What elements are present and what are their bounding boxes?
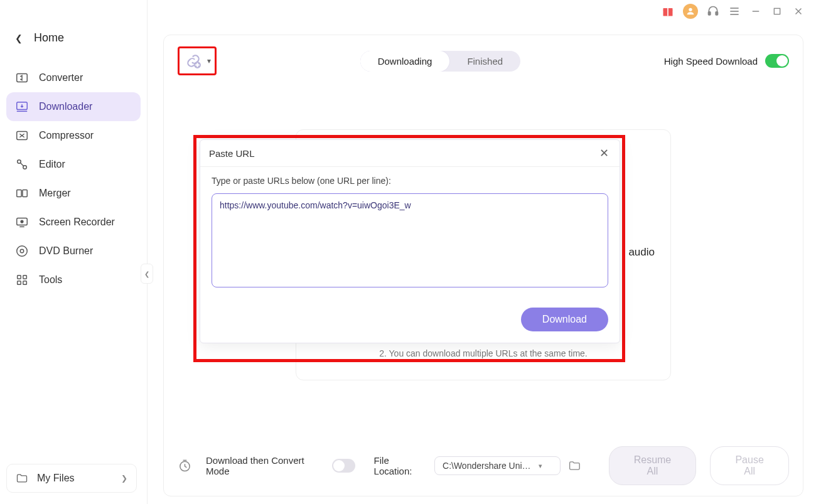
svg-rect-28 — [23, 276, 27, 279]
dialog-hint: Type or paste URLs below (one URL per li… — [212, 176, 608, 186]
schedule-icon[interactable] — [178, 458, 192, 473]
svg-rect-29 — [18, 281, 21, 285]
sidebar-item-converter[interactable]: Converter — [6, 63, 141, 92]
svg-point-23 — [21, 220, 23, 223]
high-speed-toggle[interactable] — [765, 54, 789, 68]
hint-text: 2. You can download multiple URLs at the… — [318, 348, 649, 358]
sidebar-item-dvd-burner[interactable]: DVD Burner — [6, 237, 141, 265]
tab-finished[interactable]: Finished — [449, 51, 520, 72]
tab-switcher: Downloading Finished — [360, 51, 520, 72]
partial-text-fragment: l audio — [623, 246, 655, 259]
bottom-bar: Download then Convert Mode File Location… — [178, 443, 789, 488]
chevron-right-icon: ❯ — [121, 474, 127, 483]
tab-downloading[interactable]: Downloading — [360, 51, 450, 72]
my-files-label: My Files — [37, 473, 112, 484]
nav-label: Editor — [39, 159, 65, 170]
svg-point-3 — [689, 8, 692, 11]
gift-icon[interactable] — [662, 5, 674, 18]
nav-label: Screen Recorder — [39, 217, 115, 228]
sidebar-item-screen-recorder[interactable]: Screen Recorder — [6, 208, 141, 237]
sidebar-item-editor[interactable]: Editor — [6, 150, 141, 179]
paste-url-button[interactable] — [183, 51, 203, 71]
minimize-icon[interactable] — [749, 5, 762, 18]
editor-icon — [15, 158, 29, 171]
svg-rect-5 — [716, 12, 717, 15]
paste-url-button-highlight: ▾ — [178, 46, 217, 75]
screen-recorder-icon — [15, 215, 29, 229]
dialog-footer: Download — [200, 301, 620, 343]
high-speed-label: High Speed Download — [664, 56, 758, 67]
sidebar: ❮ Home Converter Downloader Compressor E… — [0, 0, 148, 504]
my-files-button[interactable]: My Files ❯ — [6, 464, 137, 493]
high-speed-download: High Speed Download — [664, 54, 789, 68]
svg-rect-27 — [18, 276, 21, 279]
svg-rect-10 — [774, 8, 780, 14]
nav-list: Converter Downloader Compressor Editor M… — [0, 63, 147, 294]
dvd-burner-icon — [15, 244, 29, 258]
dialog-title: Paste URL — [209, 148, 255, 159]
tools-icon — [15, 273, 29, 287]
svg-rect-20 — [17, 190, 21, 197]
nav-label: Downloader — [39, 101, 92, 112]
resume-all-button[interactable]: Resume All — [609, 446, 696, 485]
sidebar-item-merger[interactable]: Merger — [6, 179, 141, 208]
file-location-value: C:\Wondershare UniConverter 1 — [443, 461, 535, 471]
file-location-select[interactable]: C:\Wondershare UniConverter 1 ▾ — [434, 456, 561, 475]
convert-mode-toggle[interactable] — [332, 459, 355, 473]
avatar-icon[interactable] — [683, 4, 698, 19]
svg-rect-2 — [667, 7, 668, 16]
sidebar-item-compressor[interactable]: Compressor — [6, 121, 141, 150]
merger-icon — [15, 186, 29, 200]
nav-label: DVD Burner — [39, 245, 93, 257]
close-icon[interactable] — [792, 5, 805, 18]
svg-rect-30 — [23, 281, 27, 285]
nav-label: Compressor — [39, 130, 94, 141]
titlebar — [650, 0, 816, 23]
dialog-body: Type or paste URLs below (one URL per li… — [200, 167, 620, 301]
file-location: File Location: C:\Wondershare UniConvert… — [374, 455, 581, 476]
converter-icon — [15, 71, 29, 85]
compressor-icon — [15, 129, 29, 142]
link-plus-icon — [185, 53, 201, 69]
downloader-icon — [15, 100, 29, 114]
folder-icon — [16, 472, 28, 485]
menu-icon[interactable] — [728, 5, 741, 18]
chevron-down-icon[interactable]: ▾ — [207, 56, 211, 65]
svg-point-26 — [20, 249, 24, 253]
chevron-left-icon: ❮ — [15, 33, 23, 43]
collapse-sidebar-button[interactable]: ❮ — [141, 264, 153, 284]
open-folder-icon[interactable] — [568, 459, 581, 473]
paste-url-dialog: Paste URL ✕ Type or paste URLs below (on… — [200, 139, 620, 343]
dialog-close-button[interactable]: ✕ — [597, 146, 611, 160]
svg-point-25 — [17, 246, 28, 257]
maximize-icon[interactable] — [771, 5, 783, 18]
pause-all-button[interactable]: Pause All — [710, 446, 789, 485]
convert-mode-label: Download then Convert Mode — [206, 455, 325, 476]
url-textarea[interactable] — [212, 193, 608, 287]
svg-line-19 — [20, 163, 24, 166]
nav-label: Tools — [39, 274, 62, 286]
nav-label: Merger — [39, 188, 71, 199]
download-button[interactable]: Download — [521, 308, 608, 331]
home-label: Home — [34, 31, 64, 45]
sidebar-item-tools[interactable]: Tools — [6, 265, 141, 294]
convert-mode: Download then Convert Mode — [206, 455, 355, 476]
svg-rect-4 — [709, 12, 711, 15]
headset-icon[interactable] — [707, 5, 719, 18]
chevron-down-icon: ▾ — [539, 462, 542, 470]
sidebar-item-downloader[interactable]: Downloader — [6, 92, 141, 121]
file-location-label: File Location: — [374, 455, 427, 476]
dialog-header: Paste URL ✕ — [200, 140, 620, 167]
nav-label: Converter — [39, 72, 83, 83]
main-toolbar: ▾ Downloading Finished High Speed Downlo… — [164, 35, 803, 87]
home-button[interactable]: ❮ Home — [0, 25, 147, 57]
svg-rect-21 — [23, 190, 27, 197]
